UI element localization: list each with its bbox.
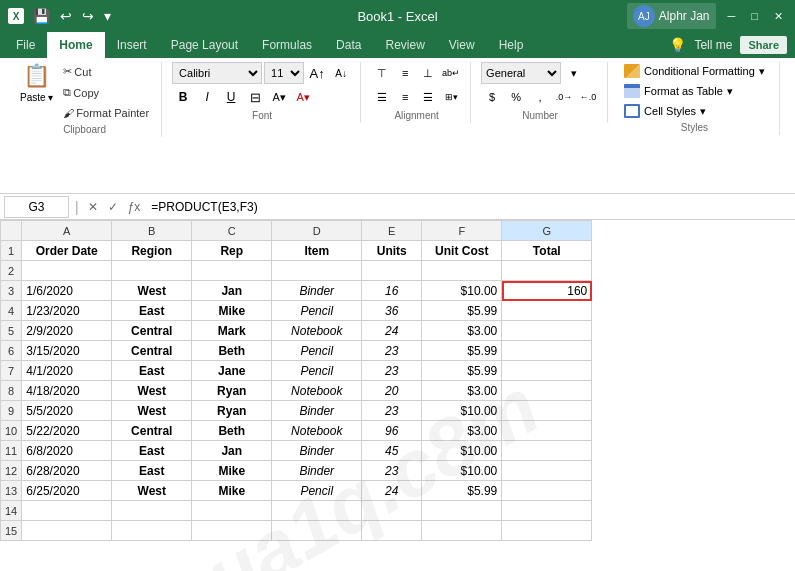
cell-G13[interactable] bbox=[502, 481, 592, 501]
currency-button[interactable]: $ bbox=[481, 86, 503, 108]
cell-G15[interactable] bbox=[502, 521, 592, 541]
cell-D13[interactable]: Pencil bbox=[272, 481, 362, 501]
cell-B12[interactable]: East bbox=[112, 461, 192, 481]
cell-D10[interactable]: Notebook bbox=[272, 421, 362, 441]
cell-A8[interactable]: 4/18/2020 bbox=[22, 381, 112, 401]
cell-E5[interactable]: 24 bbox=[362, 321, 422, 341]
cell-A13[interactable]: 6/25/2020 bbox=[22, 481, 112, 501]
cell-D15[interactable] bbox=[272, 521, 362, 541]
conditional-formatting-button[interactable]: Conditional Formatting ▾ bbox=[618, 62, 771, 80]
save-button[interactable]: 💾 bbox=[30, 8, 53, 24]
lightbulb-icon[interactable]: 💡 bbox=[669, 37, 686, 53]
table-dropdown-icon[interactable]: ▾ bbox=[727, 85, 733, 98]
cell-F2[interactable] bbox=[422, 261, 502, 281]
row-header-7[interactable]: 7 bbox=[1, 361, 22, 381]
cell-E3[interactable]: 16 bbox=[362, 281, 422, 301]
cell-A3[interactable]: 1/6/2020 bbox=[22, 281, 112, 301]
cell-A6[interactable]: 3/15/2020 bbox=[22, 341, 112, 361]
cell-F10[interactable]: $3.00 bbox=[422, 421, 502, 441]
cell-G3[interactable]: 160 bbox=[502, 281, 592, 301]
cell-F3[interactable]: $10.00 bbox=[422, 281, 502, 301]
cut-button[interactable]: ✂ Cut bbox=[59, 62, 153, 81]
right-align-button[interactable]: ☰ bbox=[417, 86, 439, 108]
cond-dropdown-icon[interactable]: ▾ bbox=[759, 65, 765, 78]
cell-F5[interactable]: $3.00 bbox=[422, 321, 502, 341]
cell-D1[interactable]: Item bbox=[272, 241, 362, 261]
number-format-dropdown[interactable]: ▾ bbox=[563, 62, 585, 84]
center-align-button[interactable]: ≡ bbox=[394, 86, 416, 108]
cell-E14[interactable] bbox=[362, 501, 422, 521]
cell-E10[interactable]: 96 bbox=[362, 421, 422, 441]
cell-A11[interactable]: 6/8/2020 bbox=[22, 441, 112, 461]
cell-C5[interactable]: Mark bbox=[192, 321, 272, 341]
row-header-13[interactable]: 13 bbox=[1, 481, 22, 501]
cell-F14[interactable] bbox=[422, 501, 502, 521]
cell-F4[interactable]: $5.99 bbox=[422, 301, 502, 321]
tab-page-layout[interactable]: Page Layout bbox=[159, 32, 250, 58]
italic-button[interactable]: I bbox=[196, 86, 218, 108]
cell-G14[interactable] bbox=[502, 501, 592, 521]
customize-qa-button[interactable]: ▾ bbox=[101, 8, 114, 24]
cell-A4[interactable]: 1/23/2020 bbox=[22, 301, 112, 321]
cell-B14[interactable] bbox=[112, 501, 192, 521]
formula-input[interactable] bbox=[147, 196, 791, 218]
cell-A1[interactable]: Order Date bbox=[22, 241, 112, 261]
percent-button[interactable]: % bbox=[505, 86, 527, 108]
tab-home[interactable]: Home bbox=[47, 32, 104, 58]
cell-B7[interactable]: East bbox=[112, 361, 192, 381]
middle-align-button[interactable]: ≡ bbox=[394, 62, 416, 84]
border-button[interactable]: ⊟ bbox=[244, 86, 266, 108]
undo-button[interactable]: ↩ bbox=[57, 8, 75, 24]
close-button[interactable]: ✕ bbox=[770, 8, 787, 25]
cell-E6[interactable]: 23 bbox=[362, 341, 422, 361]
cell-A5[interactable]: 2/9/2020 bbox=[22, 321, 112, 341]
col-header-F[interactable]: F bbox=[422, 221, 502, 241]
cell-C14[interactable] bbox=[192, 501, 272, 521]
tab-file[interactable]: File bbox=[4, 32, 47, 58]
cell-A15[interactable] bbox=[22, 521, 112, 541]
cell-C12[interactable]: Mike bbox=[192, 461, 272, 481]
cell-C10[interactable]: Beth bbox=[192, 421, 272, 441]
row-header-12[interactable]: 12 bbox=[1, 461, 22, 481]
cell-F13[interactable]: $5.99 bbox=[422, 481, 502, 501]
cell-G12[interactable] bbox=[502, 461, 592, 481]
row-header-3[interactable]: 3 bbox=[1, 281, 22, 301]
cell-A10[interactable]: 5/22/2020 bbox=[22, 421, 112, 441]
cell-E11[interactable]: 45 bbox=[362, 441, 422, 461]
number-format-select[interactable]: General bbox=[481, 62, 561, 84]
cell-A7[interactable]: 4/1/2020 bbox=[22, 361, 112, 381]
cell-C8[interactable]: Ryan bbox=[192, 381, 272, 401]
cell-E12[interactable]: 23 bbox=[362, 461, 422, 481]
cell-D4[interactable]: Pencil bbox=[272, 301, 362, 321]
cell-C13[interactable]: Mike bbox=[192, 481, 272, 501]
cell-C2[interactable] bbox=[192, 261, 272, 281]
cell-reference-box[interactable] bbox=[4, 196, 69, 218]
tell-me-button[interactable]: Tell me bbox=[694, 38, 732, 52]
top-align-button[interactable]: ⊤ bbox=[371, 62, 393, 84]
col-header-C[interactable]: C bbox=[192, 221, 272, 241]
cell-G11[interactable] bbox=[502, 441, 592, 461]
decrease-decimal-button[interactable]: ←.0 bbox=[577, 86, 599, 108]
font-name-select[interactable]: Calibri bbox=[172, 62, 262, 84]
cell-B15[interactable] bbox=[112, 521, 192, 541]
cell-G10[interactable] bbox=[502, 421, 592, 441]
cell-E2[interactable] bbox=[362, 261, 422, 281]
cell-A14[interactable] bbox=[22, 501, 112, 521]
cell-B13[interactable]: West bbox=[112, 481, 192, 501]
cell-E8[interactable]: 20 bbox=[362, 381, 422, 401]
tab-data[interactable]: Data bbox=[324, 32, 373, 58]
format-painter-button[interactable]: 🖌 Format Painter bbox=[59, 104, 153, 122]
row-header-15[interactable]: 15 bbox=[1, 521, 22, 541]
increase-decimal-button[interactable]: .0→ bbox=[553, 86, 575, 108]
cell-G9[interactable] bbox=[502, 401, 592, 421]
row-header-14[interactable]: 14 bbox=[1, 501, 22, 521]
cell-D6[interactable]: Pencil bbox=[272, 341, 362, 361]
insert-function-button[interactable]: ƒx bbox=[125, 200, 144, 214]
cell-G2[interactable] bbox=[502, 261, 592, 281]
format-cells-button[interactable]: ⚙ Format bbox=[790, 138, 795, 174]
user-button[interactable]: AJ Alphr Jan bbox=[627, 3, 716, 29]
cell-B8[interactable]: West bbox=[112, 381, 192, 401]
cell-B2[interactable] bbox=[112, 261, 192, 281]
comma-button[interactable]: , bbox=[529, 86, 551, 108]
cell-A2[interactable] bbox=[22, 261, 112, 281]
